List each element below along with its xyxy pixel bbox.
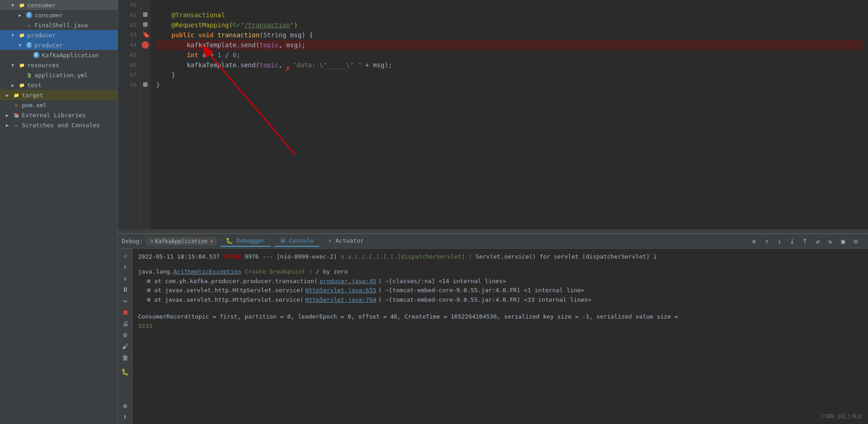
- folder-icon: 📁: [18, 81, 25, 89]
- expand-icon-3[interactable]: ⊞: [147, 295, 151, 305]
- tree-producer-folder[interactable]: ▼ 📁 producer: [0, 30, 118, 40]
- stack-line-3: ⊞ at javax.servlet.http.HttpServlet.serv…: [138, 295, 863, 305]
- stack-line-1: ⊞ at com.yh.kafka.producer.producer.tran…: [138, 277, 863, 286]
- tree-finalshell[interactable]: ☕ FinalShell.java: [0, 20, 118, 30]
- debug-filter-icon[interactable]: ⚙: [119, 331, 131, 339]
- spacer: [4, 101, 11, 109]
- expand-arrow-icon: ▶: [9, 81, 16, 89]
- expand-icon[interactable]: ⊞: [147, 277, 151, 286]
- close: );: [385, 60, 392, 70]
- tree-kafka-app[interactable]: K KafkaApplication: [0, 50, 118, 60]
- code-text: kafkaTemplate.send(: [156, 40, 260, 50]
- toolbar-down-all-btn[interactable]: ⤓: [787, 236, 797, 246]
- code-editor[interactable]: @Transactional @RequestMapping(©✓"/trans…: [151, 0, 868, 229]
- toolbar-menu-btn[interactable]: ≡: [749, 236, 759, 246]
- annotation-text: @RequestMapping(: [156, 20, 233, 30]
- expand-arrow-icon: ▼: [9, 61, 16, 69]
- tree-item-label: pom.xml: [22, 102, 47, 109]
- tree-consumer-folder[interactable]: ▼ 📁 consumer: [0, 0, 118, 10]
- editor-area: 40 41 42 43 44 45 46 47 48: [118, 0, 868, 233]
- toolbar-down-btn[interactable]: ↓: [774, 236, 784, 246]
- debug-print-icon[interactable]: 🖨: [119, 319, 131, 328]
- error-msg: : Servlet.service() for servlet [dispatc…: [465, 253, 657, 260]
- xml-icon: m: [13, 101, 20, 109]
- debug-restart-icon[interactable]: ↺: [119, 251, 131, 260]
- code-semi: );: [298, 40, 306, 50]
- spacer: [16, 21, 24, 29]
- create-breakpoint-link[interactable]: Create breakpoint: [245, 268, 305, 275]
- debug-console-content[interactable]: 2022-05-11 18:15:04.537 ERROR 9976 --- […: [133, 249, 868, 424]
- stack-meta-3: ) ~[tomcat-embed-core-9.0.55.jar:4.0.FR]…: [378, 295, 592, 305]
- scratch-icon: ✏️: [13, 121, 20, 129]
- tree-pom-xml[interactable]: m pom.xml: [0, 100, 118, 110]
- annotation-param: ©✓"/transaction": [233, 20, 294, 30]
- tree-resources-folder[interactable]: ▼ 📁 resources: [0, 60, 118, 70]
- tree-producer-sub[interactable]: ▼ C producer: [0, 40, 118, 50]
- debug-stop-icon[interactable]: ⏹: [119, 308, 131, 317]
- expand-arrow-icon: ▼: [9, 31, 16, 39]
- expand-arrow-icon: ▶: [4, 121, 11, 129]
- brace-close-outer: }: [156, 80, 160, 90]
- debug-up-arrow-icon[interactable]: ⬆: [119, 413, 131, 421]
- stack-line-2: ⊞ at javax.servlet.http.HttpServlet.serv…: [138, 286, 863, 295]
- exception-type-link[interactable]: ArithmeticException: [173, 268, 241, 275]
- annotation-close: ): [294, 20, 297, 30]
- code-line-46: kafkaTemplate.send(topic, ✗"data: \"____…: [156, 60, 863, 70]
- code-text: kafkaTemplate.send(: [156, 60, 260, 70]
- code-comma: ,: [279, 40, 286, 50]
- toolbar-up-btn[interactable]: ↑: [762, 236, 772, 246]
- debug-brush-icon[interactable]: 🖌: [119, 342, 131, 351]
- toolbar-block-btn[interactable]: ▣: [838, 236, 848, 246]
- tree-scratches[interactable]: ▶ ✏️ Scratches and Consoles: [0, 120, 118, 130]
- expand-arrow-icon: ▼: [16, 41, 24, 49]
- toolbar-minus-btn[interactable]: ⊟: [851, 236, 861, 246]
- watermark: CSDN @完上有农: [821, 413, 863, 420]
- debug-left-icons: ↺ ↑ ↓ ⏸ ↪ ⏹ 🖨 ⚙ 🖌 🗑 🐛 ⚙ ⬆: [118, 249, 133, 424]
- tree-app-yml[interactable]: 🍃 application.yml: [0, 70, 118, 80]
- tab-console[interactable]: 🖥 Console: [274, 235, 320, 247]
- exception-class: java.lang.: [138, 268, 173, 275]
- debug-header: Debug: ⚙ KafkaApplication ✕ 🐛 Debugger 🖥…: [118, 234, 868, 249]
- toolbar-redo-btn[interactable]: ↻: [825, 236, 835, 246]
- tab-debugger[interactable]: 🐛 Debugger: [220, 235, 270, 247]
- folder-icon: 📁: [18, 31, 25, 39]
- divide: /: [221, 50, 232, 60]
- stack-link-1[interactable]: producer.java:45: [320, 277, 376, 286]
- expand-arrow-icon: ▶: [4, 91, 11, 99]
- error-timestamp: 2022-05-11 18:15:04.537: [138, 253, 223, 260]
- tree-consumer-sub[interactable]: ▶ C consumer: [0, 10, 118, 20]
- app-icon: ⚙: [150, 238, 153, 244]
- number-0: 0: [233, 50, 237, 60]
- tab-actuator[interactable]: ⚡ Actuator: [323, 235, 369, 247]
- debug-bug-icon[interactable]: 🐛: [119, 367, 131, 376]
- expand-icon-2[interactable]: ⊞: [147, 286, 151, 295]
- stack-link-2[interactable]: HttpServlet.java:655: [306, 286, 377, 295]
- debug-settings-icon[interactable]: ⚙: [119, 401, 131, 410]
- app-tab[interactable]: ⚙ KafkaApplication ✕: [147, 237, 217, 245]
- stack-meta-2: ) ~[tomcat-embed-core-9.0.55.jar:4.0.FR]…: [378, 286, 584, 295]
- debug-pause-icon[interactable]: ⏸: [119, 285, 131, 294]
- debugger-icon: 🐛: [226, 237, 233, 244]
- x-marker: ✗: [286, 63, 291, 73]
- expand-arrow-icon: ▶: [4, 111, 11, 119]
- debug-step-over-icon[interactable]: ↪: [119, 297, 131, 305]
- var-msg: msg: [286, 40, 298, 50]
- spacer: [16, 71, 24, 79]
- consumer-record-line: ConsumerRecord(topic = first, partition …: [138, 312, 863, 322]
- debug-resume-up-icon[interactable]: ↑: [119, 263, 131, 271]
- stack-link-3[interactable]: HttpServlet.java:764: [306, 295, 377, 305]
- debug-panel: Debug: ⚙ KafkaApplication ✕ 🐛 Debugger 🖥…: [118, 233, 868, 424]
- tree-target-folder[interactable]: ▶ 📁 target: [0, 90, 118, 100]
- tree-ext-libs[interactable]: ▶ 📚 External Libraries: [0, 110, 118, 120]
- debug-resume-down-icon[interactable]: ↓: [119, 274, 131, 283]
- tree-item-label: KafkaApplication: [42, 52, 99, 59]
- param-name: msg) {: [290, 30, 313, 40]
- tree-test-folder[interactable]: ▶ 📁 test: [0, 80, 118, 90]
- tree-item-label: FinalShell.java: [35, 22, 88, 29]
- close-tab-icon[interactable]: ✕: [210, 239, 213, 244]
- toolbar-up-all-btn[interactable]: ⤒: [800, 236, 810, 246]
- toolbar-undo-btn[interactable]: ↺: [813, 236, 823, 246]
- horizontal-scrollbar[interactable]: [118, 229, 868, 233]
- file-tree: ▼ 📁 consumer ▶ C consumer ☕ FinalShell.j…: [0, 0, 118, 424]
- debug-trash-icon[interactable]: 🗑: [119, 353, 131, 362]
